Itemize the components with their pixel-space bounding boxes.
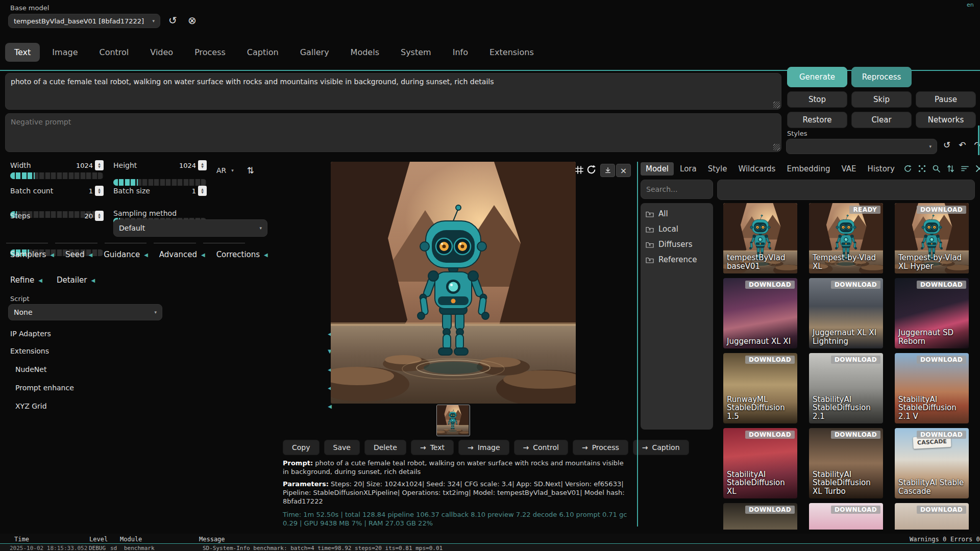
model-card[interactable]: DOWNLOAD Tempest-by-Vlad XL Hyper [895,203,969,273]
reprocess-button[interactable]: Reprocess [851,67,912,87]
accordion-guidance[interactable]: Guidance◀ [104,250,148,259]
networks-tab-wildcards[interactable]: Wildcards [733,162,780,176]
model-card[interactable]: DOWNLOAD StabilityAI StableDiffusion XL … [809,428,883,498]
networks-close-icon[interactable] [975,164,980,173]
model-card[interactable]: DOWNLOAD Juggernaut XL XI Lightning [809,278,883,348]
networks-tab-lora[interactable]: Lora [675,162,702,176]
copy-button[interactable]: Copy [283,440,320,455]
folder-all[interactable]: All [646,209,708,218]
tab-process[interactable]: Process [185,43,235,62]
steps-value[interactable]: 20 [84,212,93,220]
folder-reference[interactable]: Reference [646,255,708,264]
batch-size-stepper[interactable]: ▲▼ [198,186,207,196]
errors-counter[interactable]: Errors 0 [950,536,980,543]
ar-label[interactable]: AR [216,166,226,174]
tab-control[interactable]: Control [90,43,138,62]
steps-stepper[interactable]: ▲▼ [95,211,104,221]
tab-video[interactable]: Video [141,43,182,62]
pause-button[interactable]: Pause [916,91,976,108]
networks-tab-model[interactable]: Model [641,162,674,176]
swap-dimensions-icon[interactable]: ⇅ [247,165,254,176]
model-card[interactable]: DOWNLOAD [809,503,883,530]
model-card[interactable]: tempestByVlad baseV01 [723,203,797,273]
folder-local[interactable]: Local [646,224,708,234]
section-ip-adapters[interactable]: IP Adapters◀ [10,330,332,338]
accordion-corrections[interactable]: Corrections◀ [216,250,268,259]
height-slider[interactable] [113,179,207,186]
networks-view-options-icon[interactable] [961,164,969,173]
base-model-select[interactable]: tempestByVlad_baseV01 [8bfad17222] ▾ [8,14,160,28]
accordion-detailer[interactable]: Detailer◀ [57,276,95,285]
send-to-caption-button[interactable]: →Caption [633,440,689,455]
script-select[interactable]: None ▾ [8,304,162,320]
model-card[interactable]: DOWNLOAD StabilityAI StableDiffusion 2.1 [809,353,883,423]
tab-image[interactable]: Image [43,43,87,62]
prompt-resize-handle[interactable] [773,102,780,108]
delete-button[interactable]: Delete [364,440,406,455]
section-nudenet[interactable]: NudeNet◀ [15,365,332,373]
model-refresh-icon[interactable]: ↺ [168,14,177,27]
networks-button[interactable]: Networks [916,112,976,128]
model-card[interactable]: CASCADE DOWNLOAD StabilityAI Stable Casc… [895,428,969,498]
send-to-text-button[interactable]: →Text [411,440,454,455]
networks-search-icon[interactable] [932,164,941,173]
reprocess-image-icon[interactable] [586,164,597,175]
styles-apply-icon[interactable]: ↶ [959,140,966,150]
warnings-counter[interactable]: Warnings 0 [910,536,946,543]
stop-button[interactable]: Stop [787,91,847,108]
width-value[interactable]: 1024 [76,162,93,169]
model-card[interactable]: DOWNLOAD Juggernaut XL XI [723,278,797,348]
networks-refresh-icon[interactable] [903,164,912,173]
send-to-image-button[interactable]: →Image [458,440,509,455]
close-image-button[interactable]: × [616,164,631,177]
send-to-process-button[interactable]: →Process [573,440,628,455]
networks-scan-icon[interactable] [918,164,926,173]
networks-description-box[interactable] [717,180,975,200]
clear-button[interactable]: Clear [851,112,912,128]
networks-tab-embedding[interactable]: Embedding [781,162,835,176]
model-card[interactable]: READY Tempest-by-Vlad XL [809,203,883,273]
negative-prompt-input[interactable] [5,113,781,152]
model-card[interactable]: DOWNLOAD [895,503,969,530]
accordion-samplers[interactable]: Samplers◀ [10,250,54,259]
folder-diffusers[interactable]: Diffusers [646,240,708,249]
model-card[interactable]: DOWNLOAD StabilityAI StableDiffusion 2.1… [895,353,969,423]
height-stepper[interactable]: ▲▼ [198,160,207,170]
accordion-refine[interactable]: Refine◀ [10,276,42,285]
negative-prompt-resize-handle[interactable] [773,144,780,151]
model-unload-icon[interactable]: ⊗ [188,14,197,27]
sampling-method-select[interactable]: Default ▾ [113,219,267,237]
accordion-advanced[interactable]: Advanced◀ [159,250,205,259]
tab-gallery[interactable]: Gallery [291,43,338,62]
batch-count-stepper[interactable]: ▲▼ [95,186,104,196]
tile-images-icon[interactable] [575,165,584,174]
width-slider[interactable] [10,172,104,179]
batch-count-value[interactable]: 1 [89,187,93,195]
chevron-down-icon[interactable]: ▾ [231,168,234,173]
prompt-input[interactable]: photo of a cute female teal robot, walki… [5,73,781,110]
download-image-button[interactable] [600,164,615,177]
networks-search-input[interactable] [641,180,713,199]
skip-button[interactable]: Skip [851,91,912,108]
save-button[interactable]: Save [324,440,360,455]
styles-refresh-icon[interactable]: ↺ [943,140,950,150]
height-value[interactable]: 1024 [179,162,196,169]
styles-select[interactable]: ▾ [786,139,937,154]
scrollbar[interactable] [978,126,979,155]
restore-button[interactable]: Restore [787,112,847,128]
model-card[interactable]: DOWNLOAD Juggernaut SD Reborn [895,278,969,348]
section-extensions[interactable]: Extensions▼ [10,347,332,355]
width-stepper[interactable]: ▲▼ [95,160,104,170]
tab-extensions[interactable]: Extensions [480,43,543,62]
section-xyz-grid[interactable]: XYZ Grid◀ [15,402,332,410]
tab-text[interactable]: Text [5,43,40,62]
send-to-control-button[interactable]: →Control [514,440,568,455]
generated-image[interactable] [331,162,576,404]
model-card[interactable]: DOWNLOAD RunwayML StableDiffusion 1.5 [723,353,797,423]
tab-caption[interactable]: Caption [238,43,288,62]
accordion-seed[interactable]: Seed◀ [65,250,92,259]
section-prompt-enhance[interactable]: Prompt enhance◀ [15,384,332,392]
networks-sort-direction-icon[interactable] [946,164,955,173]
tab-system[interactable]: System [391,43,440,62]
gallery-thumbnail[interactable] [436,405,470,436]
